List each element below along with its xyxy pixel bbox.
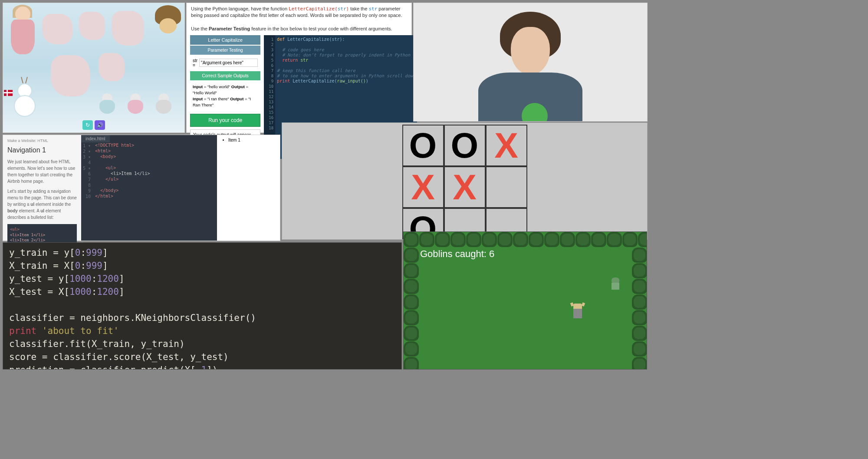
seal-character[interactable] (151, 91, 177, 115)
seal-character[interactable] (94, 91, 120, 115)
tree-sprite (529, 232, 544, 247)
cell-0-0[interactable]: O (402, 125, 444, 166)
tree-sprite (632, 357, 647, 370)
html-lesson: Make a Website: HTML Navigation 1 We jus… (3, 135, 280, 241)
preview-pane: Item 1 ⛶ Full Screen (217, 135, 280, 241)
tree-sprite (404, 263, 419, 278)
tree-sprite (513, 232, 528, 247)
tree-sprite (622, 232, 638, 247)
tree-sprite (560, 232, 575, 247)
tree-sprite (404, 357, 419, 370)
refresh-icon: ↻ (85, 122, 90, 128)
tree-sprite (632, 341, 647, 357)
sample-outputs: Input = "hello world" Output = "Hello Wo… (190, 81, 260, 111)
argument-input[interactable] (199, 59, 258, 67)
cell-1-2[interactable] (486, 166, 527, 208)
tree-sprite (482, 232, 497, 247)
tree-sprite (450, 232, 466, 247)
goblin-game[interactable]: Goblins caught: 6 (403, 231, 647, 370)
code-line: classifier = neighbors.KNeighborsClassif… (9, 313, 256, 323)
tree-sprite (419, 232, 434, 247)
tree-sprite (404, 310, 419, 325)
tree-sprite (466, 232, 481, 247)
tree-sprite (404, 326, 419, 341)
lesson-paragraph: Let's start by adding a navigation menu … (7, 188, 77, 221)
tree-sprite (632, 326, 647, 341)
puzzle-slot[interactable] (99, 53, 125, 81)
puzzle-slot[interactable] (112, 11, 144, 46)
line-numbers: 1 ▾2 ▾3 ▾45 ▾678910 (81, 143, 93, 199)
snowman-character[interactable] (10, 77, 40, 120)
lesson-title: Navigation 1 (7, 146, 77, 154)
game-board: O O X X X O (402, 125, 527, 240)
tree-sprite (404, 279, 419, 294)
person-photo (470, 12, 591, 122)
tree-sprite (632, 263, 647, 278)
tree-sprite (404, 232, 419, 247)
norway-flag-icon (4, 90, 13, 96)
tree-sprite (435, 232, 450, 247)
list-item: Item 1 (228, 138, 275, 142)
tree-sprite (404, 294, 419, 310)
tree-sprite (607, 232, 622, 247)
lesson-paragraph: We just learned about five HTML elements… (7, 159, 77, 185)
puzzle-slot[interactable] (79, 12, 105, 40)
score-display: Goblins caught: 6 (420, 248, 494, 260)
tree-sprite (632, 248, 647, 263)
seal-character[interactable] (122, 91, 148, 115)
tree-sprite (544, 232, 559, 247)
score-value: 6 (489, 248, 494, 259)
hero-sprite (571, 304, 585, 319)
param-testing-header: Parameter Testing (190, 46, 260, 55)
tree-sprite (632, 310, 647, 325)
code-line: classifier.fit(X_train, y_train) (9, 339, 185, 349)
tree-sprite (638, 232, 647, 247)
code-line: score = classifier.score(X_test, y_test) (9, 352, 229, 362)
refresh-button[interactable]: ↻ (82, 120, 93, 130)
puzzle-slot[interactable] (51, 55, 90, 96)
challenge-title: Letter Capitalize (190, 35, 260, 45)
cell-0-1[interactable]: O (444, 125, 486, 166)
video-thumbnail[interactable] (413, 3, 648, 122)
file-tab[interactable]: index.html (81, 135, 110, 142)
goblin-sprite (610, 277, 621, 291)
cell-1-0[interactable]: X (402, 166, 444, 208)
run-code-button[interactable]: Run your code (190, 114, 260, 127)
sound-button[interactable]: 🔊 (95, 120, 105, 130)
tree-sprite (632, 279, 647, 294)
sample-outputs-header: Correct Sample Outputs (190, 71, 260, 80)
code-editor[interactable]: index.html 1 ▾2 ▾3 ▾45 ▾678910 <!DOCTYPE… (81, 135, 217, 241)
tree-sprite (632, 294, 647, 310)
cell-1-1[interactable]: X (444, 166, 486, 208)
tree-sprite (404, 248, 419, 263)
puzzle-slot[interactable] (42, 14, 72, 44)
lesson-panel: Make a Website: HTML Navigation 1 We jus… (3, 135, 81, 241)
tictactoe-game: O O X X X O (282, 122, 648, 240)
str-label: str = (193, 58, 197, 68)
kids-puzzle-game: ↻ 🔊 (3, 3, 185, 133)
argument-row: str = (190, 56, 260, 70)
tree-sprite (497, 232, 513, 247)
preview-list: Item 1 (222, 138, 275, 142)
girl-character[interactable] (7, 7, 39, 61)
sound-icon: 🔊 (97, 122, 103, 128)
breadcrumb: Make a Website: HTML (7, 139, 77, 143)
python-code-snippet: y_train = y[0:999] X_train = X[0:999] y_… (3, 242, 402, 370)
coding-challenge: Using the Python language, have the func… (186, 3, 412, 133)
troll-character[interactable] (153, 5, 183, 49)
game-controls: ↻ 🔊 (82, 120, 105, 130)
cell-0-2[interactable]: X (486, 125, 527, 166)
tree-sprite (591, 232, 606, 247)
tree-sprite (404, 341, 419, 357)
instructions: Using the Python language, have the func… (187, 3, 411, 35)
tree-sprite (575, 232, 591, 247)
